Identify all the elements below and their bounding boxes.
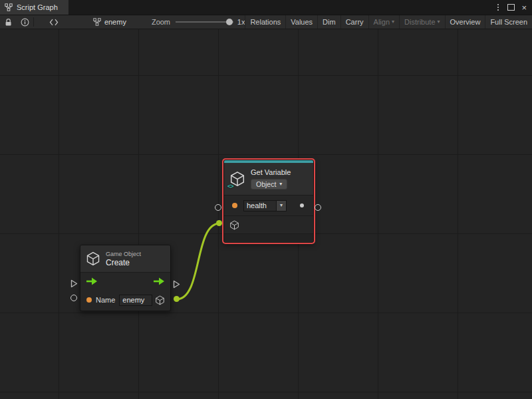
flow-in-arrow-icon[interactable]	[86, 277, 98, 285]
name-label: Name	[96, 296, 115, 304]
wire-create-to-getvariable	[177, 223, 219, 299]
name-input[interactable]	[119, 295, 152, 306]
chevron-down-icon: ▾	[392, 19, 394, 25]
variable-scope-label: Object	[256, 180, 276, 188]
variable-name-dropdown[interactable]: ▾	[277, 200, 287, 211]
value-output-port[interactable]	[300, 203, 304, 207]
get-variable-header-text: Get Variable Object ▾	[251, 168, 291, 190]
relations-label: Relations	[250, 18, 281, 26]
object-target-row	[224, 216, 313, 233]
zoom-value: 1x	[237, 18, 245, 26]
object-target-cube-icon	[229, 220, 239, 230]
variable-name-input-port[interactable]	[232, 203, 237, 208]
relations-button[interactable]: Relations	[245, 15, 285, 29]
zoom-slider[interactable]	[176, 15, 233, 29]
create-name-port[interactable]	[70, 295, 77, 301]
code-icon	[49, 19, 59, 26]
toolbar-separator	[33, 17, 34, 27]
graph-name-label: enemy	[104, 18, 126, 26]
create-header-text: Game Object Create	[106, 251, 141, 267]
values-button[interactable]: Values	[285, 15, 317, 29]
graph-canvas[interactable]: <> Get Variable Object ▾ ▾	[0, 29, 532, 399]
align-label: Align	[374, 18, 390, 26]
node-category: Game Object	[106, 251, 141, 257]
flow-out-arrow-icon[interactable]	[153, 277, 165, 285]
create-output-connected-port[interactable]	[174, 296, 180, 302]
cube-icon	[86, 251, 100, 266]
zoom-slider-track[interactable]	[176, 21, 233, 23]
chevron-down-icon: ▾	[279, 182, 282, 187]
window-menu-icon[interactable]	[495, 3, 501, 12]
get-variable-header: <> Get Variable Object ▾	[224, 163, 313, 195]
variable-scope-dropdown[interactable]: Object ▾	[251, 179, 287, 190]
lock-icon	[5, 18, 12, 27]
toolbar-button-group: Relations Values Dim Carry Align ▾ Distr…	[245, 15, 532, 29]
game-object-output-icon[interactable]	[155, 295, 165, 305]
window-controls: ×	[495, 0, 532, 15]
node-create-game-object[interactable]: Game Object Create Name	[80, 245, 171, 311]
overview-button[interactable]: Overview	[445, 15, 485, 29]
zoom-label: Zoom	[152, 18, 170, 26]
node-title: Get Variable	[251, 168, 291, 176]
distribute-button[interactable]: Distribute ▾	[399, 15, 444, 29]
fullscreen-button[interactable]: Full Screen	[485, 15, 532, 29]
script-graph-icon	[5, 3, 13, 11]
overview-label: Overview	[450, 18, 481, 26]
dim-button[interactable]: Dim	[317, 15, 340, 29]
node-footer	[224, 234, 313, 241]
name-input-port[interactable]	[86, 297, 92, 303]
code-badge-icon: <>	[227, 183, 233, 190]
fullscreen-label: Full Screen	[490, 18, 527, 26]
create-flow-out-port[interactable]	[173, 280, 180, 289]
graph-asset-chip[interactable]: enemy	[93, 18, 126, 26]
flow-row	[80, 273, 170, 290]
chevron-down-icon: ▾	[280, 203, 283, 208]
align-button[interactable]: Align ▾	[368, 15, 399, 29]
node-title: Create	[106, 258, 141, 267]
node-get-variable[interactable]: <> Get Variable Object ▾ ▾	[223, 160, 314, 243]
zoom-slider-handle[interactable]	[226, 19, 233, 25]
chevron-down-icon: ▾	[438, 19, 440, 25]
variable-name-input[interactable]	[243, 200, 277, 211]
carry-label: Carry	[346, 18, 364, 26]
create-header: Game Object Create	[80, 245, 170, 272]
info-icon	[21, 18, 29, 27]
window-tab-bar: Script Graph ×	[0, 0, 532, 15]
distribute-label: Distribute	[404, 18, 435, 26]
graph-asset-icon	[93, 18, 101, 26]
variable-cube-icon: <>	[229, 171, 245, 187]
maximize-icon[interactable]	[507, 4, 515, 11]
getvariable-target-connected-port[interactable]	[216, 220, 222, 226]
tab-script-graph[interactable]: Script Graph	[0, 0, 68, 15]
graph-toolbar: enemy Zoom 1x Relations Values Dim Carry…	[0, 15, 532, 29]
info-button[interactable]	[17, 15, 33, 29]
carry-button[interactable]: Carry	[340, 15, 368, 29]
getvariable-left-port[interactable]	[215, 204, 221, 211]
tab-title: Script Graph	[17, 3, 58, 11]
dim-label: Dim	[323, 18, 336, 26]
lock-button[interactable]	[0, 15, 17, 29]
create-flow-in-port[interactable]	[70, 279, 78, 288]
name-row: Name	[80, 290, 170, 310]
edit-graph-button[interactable]	[43, 15, 65, 29]
unity-script-graph-window: { "tab_bar": { "title": "Script Graph" }…	[0, 0, 532, 399]
variable-name-row: ▾	[224, 196, 313, 215]
values-label: Values	[291, 18, 313, 26]
close-icon[interactable]: ×	[521, 3, 527, 12]
getvariable-right-port[interactable]	[315, 204, 321, 211]
